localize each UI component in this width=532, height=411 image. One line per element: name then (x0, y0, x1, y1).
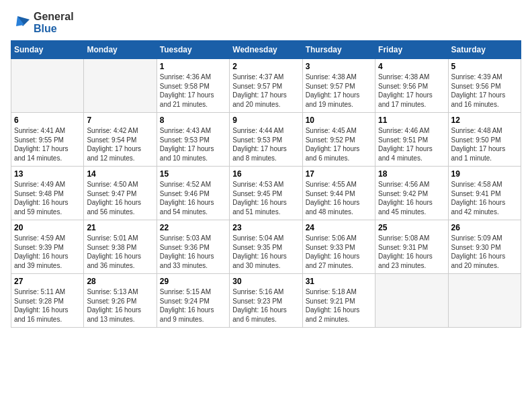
calendar-cell: 7Sunrise: 4:42 AMSunset: 9:54 PMDaylight… (84, 113, 157, 167)
day-info: Sunrise: 4:39 AMSunset: 9:56 PMDaylight:… (451, 73, 518, 109)
calendar-cell (11, 59, 84, 113)
day-info: Sunrise: 4:55 AMSunset: 9:44 PMDaylight:… (306, 180, 372, 216)
week-row-5: 27Sunrise: 5:11 AMSunset: 9:28 PMDayligh… (11, 274, 521, 328)
day-info: Sunrise: 5:11 AMSunset: 9:28 PMDaylight:… (14, 287, 81, 324)
day-info: Sunrise: 4:43 AMSunset: 9:53 PMDaylight:… (160, 126, 226, 163)
day-header-monday: Monday (84, 41, 157, 59)
day-info: Sunrise: 4:37 AMSunset: 9:57 PMDaylight:… (232, 73, 299, 109)
calendar-cell: 19Sunrise: 4:58 AMSunset: 9:41 PMDayligh… (448, 167, 521, 220)
day-info: Sunrise: 4:53 AMSunset: 9:45 PMDaylight:… (232, 180, 299, 216)
calendar-cell (448, 274, 521, 328)
day-number: 21 (87, 223, 153, 232)
day-info: Sunrise: 5:08 AMSunset: 9:31 PMDaylight:… (378, 234, 445, 270)
calendar-header-row: SundayMondayTuesdayWednesdayThursdayFrid… (11, 41, 521, 59)
day-number: 9 (232, 116, 299, 125)
day-number: 22 (160, 223, 226, 232)
calendar-cell: 30Sunrise: 5:16 AMSunset: 9:23 PMDayligh… (230, 274, 302, 328)
day-number: 3 (306, 62, 372, 71)
day-number: 30 (232, 277, 299, 286)
logo-bird-icon (11, 13, 31, 33)
day-info: Sunrise: 5:04 AMSunset: 9:35 PMDaylight:… (232, 234, 299, 270)
day-info: Sunrise: 5:13 AMSunset: 9:26 PMDaylight:… (87, 287, 153, 324)
day-number: 17 (306, 169, 372, 179)
day-header-thursday: Thursday (302, 41, 375, 59)
calendar-cell: 5Sunrise: 4:39 AMSunset: 9:56 PMDaylight… (448, 59, 521, 113)
day-number: 29 (160, 277, 226, 286)
day-info: Sunrise: 5:16 AMSunset: 9:23 PMDaylight:… (232, 287, 299, 324)
page-header: GeneralBlue (11, 11, 521, 35)
calendar-cell: 1Sunrise: 4:36 AMSunset: 9:58 PMDaylight… (157, 59, 229, 113)
day-number: 18 (378, 169, 445, 179)
day-number: 16 (232, 169, 299, 179)
day-info: Sunrise: 5:15 AMSunset: 9:24 PMDaylight:… (160, 287, 226, 324)
calendar-cell: 17Sunrise: 4:55 AMSunset: 9:44 PMDayligh… (302, 167, 375, 220)
day-number: 10 (306, 116, 372, 125)
day-info: Sunrise: 4:49 AMSunset: 9:48 PMDaylight:… (14, 180, 81, 216)
calendar-cell (84, 59, 157, 113)
day-number: 31 (306, 277, 372, 286)
calendar-cell (375, 274, 448, 328)
day-header-saturday: Saturday (448, 41, 521, 59)
day-info: Sunrise: 5:01 AMSunset: 9:38 PMDaylight:… (87, 234, 153, 270)
logo-blue: Blue (34, 23, 57, 34)
day-number: 24 (306, 223, 372, 232)
calendar-cell: 13Sunrise: 4:49 AMSunset: 9:48 PMDayligh… (11, 167, 84, 220)
day-number: 1 (160, 62, 226, 71)
calendar-cell: 11Sunrise: 4:46 AMSunset: 9:51 PMDayligh… (375, 113, 448, 167)
calendar-cell: 16Sunrise: 4:53 AMSunset: 9:45 PMDayligh… (230, 167, 302, 220)
calendar-cell: 22Sunrise: 5:03 AMSunset: 9:36 PMDayligh… (157, 220, 229, 274)
day-info: Sunrise: 4:59 AMSunset: 9:39 PMDaylight:… (14, 234, 81, 270)
calendar-cell: 25Sunrise: 5:08 AMSunset: 9:31 PMDayligh… (375, 220, 448, 274)
day-info: Sunrise: 5:06 AMSunset: 9:33 PMDaylight:… (306, 234, 372, 270)
day-number: 13 (14, 169, 81, 179)
calendar-cell: 21Sunrise: 5:01 AMSunset: 9:38 PMDayligh… (84, 220, 157, 274)
day-info: Sunrise: 4:42 AMSunset: 9:54 PMDaylight:… (87, 126, 153, 163)
day-header-friday: Friday (375, 41, 448, 59)
day-info: Sunrise: 4:50 AMSunset: 9:47 PMDaylight:… (87, 180, 153, 216)
week-row-2: 6Sunrise: 4:41 AMSunset: 9:55 PMDaylight… (11, 113, 521, 167)
day-info: Sunrise: 5:03 AMSunset: 9:36 PMDaylight:… (160, 234, 226, 270)
calendar-cell: 27Sunrise: 5:11 AMSunset: 9:28 PMDayligh… (11, 274, 84, 328)
day-number: 14 (87, 169, 153, 179)
day-number: 5 (451, 62, 518, 71)
day-info: Sunrise: 4:38 AMSunset: 9:57 PMDaylight:… (306, 73, 372, 109)
calendar-cell: 20Sunrise: 4:59 AMSunset: 9:39 PMDayligh… (11, 220, 84, 274)
calendar-cell: 4Sunrise: 4:38 AMSunset: 9:56 PMDaylight… (375, 59, 448, 113)
calendar-cell: 31Sunrise: 5:18 AMSunset: 9:21 PMDayligh… (302, 274, 375, 328)
week-row-4: 20Sunrise: 4:59 AMSunset: 9:39 PMDayligh… (11, 220, 521, 274)
calendar-cell: 2Sunrise: 4:37 AMSunset: 9:57 PMDaylight… (230, 59, 302, 113)
day-info: Sunrise: 4:56 AMSunset: 9:42 PMDaylight:… (378, 180, 445, 216)
calendar-cell: 24Sunrise: 5:06 AMSunset: 9:33 PMDayligh… (302, 220, 375, 274)
day-info: Sunrise: 4:41 AMSunset: 9:55 PMDaylight:… (14, 126, 81, 163)
day-number: 8 (160, 116, 226, 125)
day-number: 11 (378, 116, 445, 125)
logo-text: GeneralBlue (34, 11, 74, 35)
day-number: 2 (232, 62, 299, 71)
calendar-cell: 26Sunrise: 5:09 AMSunset: 9:30 PMDayligh… (448, 220, 521, 274)
calendar-cell: 14Sunrise: 4:50 AMSunset: 9:47 PMDayligh… (84, 167, 157, 220)
day-number: 26 (451, 223, 518, 232)
day-info: Sunrise: 4:58 AMSunset: 9:41 PMDaylight:… (451, 180, 518, 216)
day-header-wednesday: Wednesday (230, 41, 302, 59)
logo-general: General (34, 11, 74, 22)
day-number: 28 (87, 277, 153, 286)
day-info: Sunrise: 4:44 AMSunset: 9:53 PMDaylight:… (232, 126, 299, 163)
day-info: Sunrise: 5:09 AMSunset: 9:30 PMDaylight:… (451, 234, 518, 270)
day-info: Sunrise: 4:46 AMSunset: 9:51 PMDaylight:… (378, 126, 445, 163)
calendar-cell: 10Sunrise: 4:45 AMSunset: 9:52 PMDayligh… (302, 113, 375, 167)
day-info: Sunrise: 4:52 AMSunset: 9:46 PMDaylight:… (160, 180, 226, 216)
calendar-cell: 8Sunrise: 4:43 AMSunset: 9:53 PMDaylight… (157, 113, 229, 167)
day-number: 7 (87, 116, 153, 125)
calendar-cell: 12Sunrise: 4:48 AMSunset: 9:50 PMDayligh… (448, 113, 521, 167)
calendar-table: SundayMondayTuesdayWednesdayThursdayFrid… (11, 40, 521, 328)
week-row-1: 1Sunrise: 4:36 AMSunset: 9:58 PMDaylight… (11, 59, 521, 113)
day-number: 23 (232, 223, 299, 232)
calendar-cell: 6Sunrise: 4:41 AMSunset: 9:55 PMDaylight… (11, 113, 84, 167)
day-number: 4 (378, 62, 445, 71)
calendar-cell: 15Sunrise: 4:52 AMSunset: 9:46 PMDayligh… (157, 167, 229, 220)
day-info: Sunrise: 4:48 AMSunset: 9:50 PMDaylight:… (451, 126, 518, 163)
day-number: 6 (14, 116, 81, 125)
calendar-cell: 28Sunrise: 5:13 AMSunset: 9:26 PMDayligh… (84, 274, 157, 328)
day-number: 15 (160, 169, 226, 179)
day-number: 25 (378, 223, 445, 232)
